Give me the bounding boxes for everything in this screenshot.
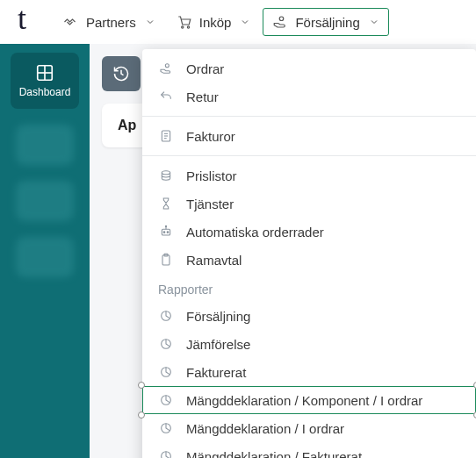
svg-point-0: [181, 26, 183, 28]
cart-icon: [177, 14, 192, 30]
chevron-down-icon: [369, 17, 379, 27]
svg-point-14: [167, 232, 169, 233]
sidebar-item-blurred: [16, 181, 74, 221]
menu-auto-order-lines[interactable]: Automatiska orderrader: [142, 218, 476, 246]
menu-report-qty-invoiced[interactable]: Mängddeklaration / Fakturerat: [142, 442, 476, 458]
hand-coin-icon: [272, 14, 288, 30]
nav-partners-label: Partners: [86, 15, 136, 30]
nav-sales[interactable]: Försäljning: [263, 8, 388, 36]
menu-label: Försäljning: [186, 309, 250, 324]
pie-chart-icon: [158, 308, 174, 324]
menu-label: Retur: [186, 89, 219, 104]
menu-label: Mängddeklaration / Komponent / I ordrar: [186, 393, 422, 408]
menu-label: Prislistor: [186, 168, 237, 183]
document-icon: [158, 128, 174, 144]
hourglass-icon: [158, 196, 174, 211]
chevron-down-icon: [145, 17, 155, 27]
chevron-down-icon: [240, 17, 250, 27]
main-area: Ap Ordrar Retur Fakturor: [90, 44, 476, 458]
sidebar-item-label: Dashboard: [19, 86, 71, 98]
menu-label: Jämförelse: [186, 337, 250, 352]
pie-chart-icon: [158, 420, 174, 436]
menu-label: Fakturor: [186, 129, 235, 144]
menu-report-compare[interactable]: Jämförelse: [142, 330, 476, 358]
menu-separator: [142, 155, 476, 156]
sidebar: Dashboard: [0, 44, 90, 458]
grid-icon: [35, 63, 54, 82]
nav-purchase-label: Inköp: [199, 15, 232, 30]
nav-partners[interactable]: Partners: [54, 9, 164, 35]
top-bar: t Partners Inköp Försäljning: [0, 0, 476, 44]
nav-purchase[interactable]: Inköp: [168, 9, 260, 35]
menu-pricelists[interactable]: Prislistor: [142, 161, 476, 190]
sidebar-item-blurred: [16, 237, 74, 277]
pie-chart-icon: [158, 448, 174, 458]
svg-point-13: [163, 232, 165, 233]
menu-services[interactable]: Tjänster: [142, 190, 476, 218]
menu-label: Mängddeklaration / Fakturerat: [186, 449, 362, 459]
top-nav: Partners Inköp Försäljning: [54, 8, 389, 36]
handshake-icon: [63, 14, 79, 30]
coins-icon: [158, 168, 174, 183]
sidebar-item-dashboard[interactable]: Dashboard: [11, 53, 79, 109]
menu-report-invoiced[interactable]: Fakturerat: [142, 358, 476, 386]
menu-report-qty-in-orders[interactable]: Mängddeklaration / I ordrar: [142, 414, 476, 442]
svg-point-11: [162, 171, 169, 175]
svg-point-2: [280, 17, 285, 21]
menu-label: Ordrar: [186, 61, 224, 76]
history-icon: [112, 65, 130, 82]
menu-returns[interactable]: Retur: [142, 82, 476, 111]
sidebar-item-blurred: [16, 125, 74, 165]
menu-invoices[interactable]: Fakturor: [142, 122, 476, 150]
pie-chart-icon: [158, 392, 174, 408]
menu-label: Mängddeklaration / I ordrar: [186, 421, 344, 436]
menu-separator: [142, 116, 476, 117]
clipboard-icon: [158, 252, 174, 268]
svg-point-6: [165, 64, 169, 68]
selection-handle: [138, 411, 145, 419]
menu-label: Automatiska orderrader: [186, 225, 324, 240]
svg-point-1: [187, 26, 189, 28]
pie-chart-icon: [158, 336, 174, 352]
menu-section-header: Rapporter: [142, 274, 476, 302]
history-button[interactable]: [102, 56, 141, 91]
selection-handle: [138, 382, 145, 389]
nav-sales-label: Försäljning: [295, 15, 359, 30]
menu-framework-agreements[interactable]: Ramavtal: [142, 246, 476, 274]
robot-icon: [158, 224, 174, 240]
menu-report-sales[interactable]: Försäljning: [142, 302, 476, 330]
undo-icon: [158, 89, 174, 104]
menu-label: Ramavtal: [186, 253, 242, 268]
pie-chart-icon: [158, 364, 174, 380]
sales-dropdown: Ordrar Retur Fakturor Prislistor: [142, 49, 476, 458]
menu-label: Fakturerat: [186, 365, 246, 380]
menu-label: Tjänster: [186, 197, 234, 211]
menu-orders[interactable]: Ordrar: [142, 54, 476, 82]
app-logo[interactable]: t: [7, 0, 37, 44]
hand-coin-icon: [158, 61, 174, 76]
menu-report-qty-component-in-orders[interactable]: Mängddeklaration / Komponent / I ordrar: [142, 386, 476, 414]
